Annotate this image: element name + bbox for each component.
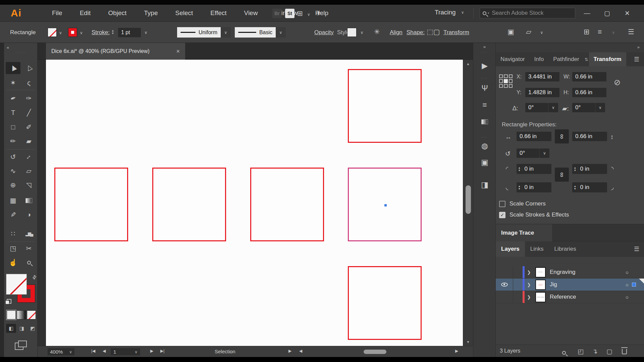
menu-file[interactable]: File	[52, 9, 62, 17]
menu-effect[interactable]: Effect	[210, 9, 226, 17]
symbol-sprayer-tool[interactable]: ∷	[6, 228, 20, 240]
last-artboard-icon[interactable]: ▶|	[160, 349, 164, 353]
h-field[interactable]: 0.66 in	[572, 88, 606, 97]
stroke-weight-stepper[interactable]: ▴▾	[112, 29, 114, 35]
transform-label[interactable]: Transform	[443, 29, 469, 36]
layer-row-jig[interactable]: ❯□□□Jig○	[496, 279, 644, 291]
arrange-documents-chevron-icon[interactable]: ∨	[307, 12, 310, 17]
target-circle-icon[interactable]: ○	[626, 269, 629, 275]
isolate-chevron-icon[interactable]: ∨	[537, 28, 547, 37]
fill-swatch[interactable]	[48, 28, 57, 37]
brushes-panel-icon[interactable]: Ψ	[477, 81, 492, 95]
none-button[interactable]	[27, 310, 36, 319]
panel-menu-icon[interactable]: ☰	[634, 56, 639, 63]
corner-tr-field[interactable]: ▴▾ 0 in	[572, 164, 607, 174]
corner-br-field[interactable]: ▴▾ 0 in	[572, 182, 607, 192]
line-segment-tool[interactable]: ╱	[21, 107, 36, 119]
visibility-toggle[interactable]	[496, 266, 513, 278]
hand-tool[interactable]: ☝	[6, 256, 20, 268]
previous-artboard-icon[interactable]: ◀	[103, 349, 106, 353]
gradient-tool[interactable]	[21, 194, 36, 206]
scroll-right-icon[interactable]: ▶	[455, 349, 458, 353]
snap-options-icon[interactable]: ≡	[598, 28, 602, 36]
brush-definition-dropdown[interactable]: Basic	[235, 27, 276, 38]
collapse-tools-icon[interactable]: «	[7, 45, 9, 50]
gradient-panel-icon[interactable]	[477, 115, 492, 129]
tab-pathfinder[interactable]: Pathfinder	[548, 52, 584, 66]
rotate-tool[interactable]: ↺	[6, 151, 20, 163]
dice-square[interactable]	[348, 266, 422, 340]
dice-square[interactable]	[348, 69, 422, 143]
tab-libraries[interactable]: Libraries	[549, 241, 582, 257]
dice-square[interactable]	[250, 168, 324, 241]
vertical-scroll-thumb[interactable]	[466, 185, 471, 214]
perspective-grid-tool[interactable]: ◹	[21, 179, 36, 191]
selection-tool[interactable]: ▶	[6, 62, 20, 74]
constrain-corners-icon[interactable]: ∞	[555, 168, 569, 182]
expand-layer-icon[interactable]: ❯	[525, 282, 533, 287]
draw-inside-button[interactable]: ◩	[28, 324, 38, 333]
shape-label[interactable]: Shape:	[407, 29, 425, 36]
width-profile-chevron-icon[interactable]: ∨	[221, 27, 231, 38]
checkbox[interactable]	[499, 201, 505, 207]
default-fill-stroke-icon[interactable]	[5, 299, 11, 304]
fill-chevron-icon[interactable]: ∨	[59, 31, 62, 35]
expand-layer-icon[interactable]: ❯	[525, 270, 533, 275]
transparency-panel-icon[interactable]: ◍	[477, 139, 492, 153]
scroll-down-icon[interactable]: ▾	[463, 340, 473, 344]
angle-field[interactable]: 0°	[525, 103, 548, 112]
tab-info[interactable]: Info	[530, 52, 548, 66]
create-sublayer-icon[interactable]: ↴	[592, 348, 598, 355]
constrain-proportions-icon[interactable]: ⊘	[614, 78, 621, 87]
dock-drag-handle[interactable]: ⋯⋯	[473, 76, 495, 80]
angle-chevron-icon[interactable]: ∨	[548, 103, 558, 112]
expand-dock-icon[interactable]: «	[473, 44, 495, 49]
first-artboard-icon[interactable]: |◀	[91, 349, 95, 353]
rectangle-tool[interactable]: □	[6, 121, 20, 133]
swap-fill-stroke-icon[interactable]: ⇄	[31, 274, 38, 281]
tab-links[interactable]: Links	[525, 241, 549, 257]
rect-rotation-field[interactable]: 0°	[517, 148, 539, 158]
direct-selection-tool[interactable]: ▷	[21, 62, 36, 74]
checkbox[interactable]: ✓	[499, 212, 505, 218]
zoom-level-dropdown[interactable]: 400% ∨	[48, 348, 74, 355]
lasso-tool[interactable]: ς	[21, 77, 36, 89]
stroke-label[interactable]: Stroke:	[92, 29, 110, 36]
blend-tool[interactable]: ◑	[21, 208, 36, 221]
gradient-button[interactable]	[17, 310, 26, 319]
locate-object-icon[interactable]	[562, 349, 566, 356]
recolor-artwork-icon[interactable]: ✳	[374, 28, 380, 36]
artboard-canvas[interactable]	[46, 60, 463, 346]
bridge-icon[interactable]: Br	[272, 9, 282, 18]
tools-drag-handle[interactable]: ⋯⋯⋯	[4, 51, 37, 54]
draw-behind-button[interactable]: ◨	[17, 324, 27, 333]
layer-name[interactable]: Reference	[550, 294, 576, 300]
color-button[interactable]	[7, 310, 16, 319]
dice-square-selected[interactable]	[348, 168, 422, 241]
artboard-tool[interactable]: ◳	[6, 242, 20, 254]
horizontal-scroll-thumb[interactable]	[364, 350, 386, 354]
workspace-switcher[interactable]: Tracing ∨	[435, 9, 464, 16]
share-icon[interactable]: ✈	[315, 9, 322, 17]
stock-icon[interactable]: St	[285, 9, 294, 18]
visibility-toggle[interactable]	[496, 291, 513, 303]
tab-transform[interactable]: Transform	[589, 52, 626, 66]
dice-square[interactable]	[152, 168, 226, 241]
delete-layer-icon[interactable]	[622, 349, 627, 354]
appearance-panel-icon[interactable]: ▣	[477, 155, 492, 169]
layer-name[interactable]: Engraving	[550, 269, 576, 276]
stroke-chevron-icon[interactable]: ∨	[80, 31, 83, 35]
style-chevron-icon[interactable]: ∨	[357, 28, 367, 37]
w-field[interactable]: 0.66 in	[572, 72, 606, 81]
graphic-styles-panel-icon[interactable]: ◨	[477, 178, 492, 192]
anchor-point[interactable]	[384, 204, 387, 206]
shear-field[interactable]: 0°	[572, 103, 595, 112]
zoom-tool[interactable]	[21, 256, 36, 268]
shear-chevron-icon[interactable]: ∨	[595, 103, 605, 112]
create-new-layer-icon[interactable]: ▢	[606, 348, 612, 355]
stroke-weight-value[interactable]: 1 pt	[118, 28, 141, 37]
corner-br-stepper[interactable]: ▴▾	[574, 185, 578, 190]
app-logo-icon[interactable]: Ai	[11, 7, 21, 19]
image-trace-tab[interactable]: Image Trace	[496, 224, 552, 242]
width-tool[interactable]: ∿	[6, 165, 20, 177]
